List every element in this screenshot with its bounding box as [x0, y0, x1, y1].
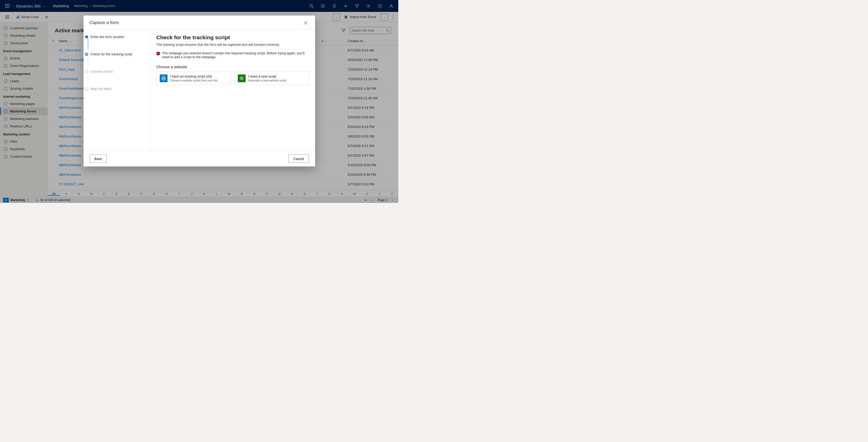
step-choose-form: Choose a form [85, 68, 147, 75]
step-map-fields: Map the fields [85, 85, 147, 92]
panel-heading: Check for the tracking script [156, 34, 309, 40]
globe-icon [160, 74, 167, 82]
existing-script-card[interactable]: I have an existing script (43) Choose a … [156, 72, 231, 85]
new-script-card[interactable]: I need a new script Generate a new websi… [235, 72, 309, 85]
step-pending-icon [85, 87, 88, 91]
dialog-title: Capture a form [90, 20, 119, 25]
step-done-icon [85, 35, 88, 38]
error-message: ✕ The webpage you entered doesn't contai… [156, 51, 309, 59]
close-button[interactable] [303, 20, 309, 26]
modal-overlay: Capture a form Enter the form location C… [0, 0, 398, 203]
error-icon: ✕ [156, 52, 160, 55]
card-subtitle: Generate a new website script. [248, 79, 287, 82]
capture-form-dialog: Capture a form Enter the form location C… [84, 15, 315, 166]
choose-website-heading: Choose a website [156, 65, 309, 69]
cancel-button[interactable]: Cancel [288, 155, 309, 163]
add-circle-icon [238, 74, 246, 82]
step-active-icon [85, 53, 88, 56]
card-title: I have an existing script (43) [170, 74, 218, 78]
step-check-script[interactable]: Check for the tracking script [85, 51, 147, 58]
card-title: I need a new script [248, 74, 287, 78]
panel-subtitle: The tracking script ensures that the for… [156, 43, 309, 46]
step-pending-icon [85, 70, 88, 73]
step-enter-location[interactable]: Enter the form location [85, 33, 147, 40]
back-button[interactable]: Back [90, 155, 107, 163]
card-subtitle: Choose a website script from your list. [170, 79, 218, 82]
wizard-steps: Enter the form location Check for the tr… [84, 29, 150, 151]
